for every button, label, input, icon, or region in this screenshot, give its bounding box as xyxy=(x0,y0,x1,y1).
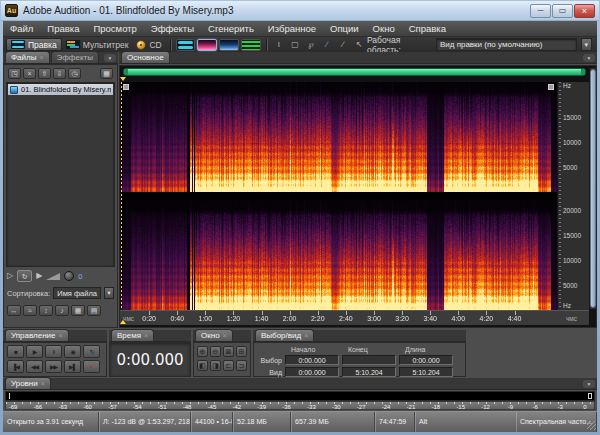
autoplay-icon[interactable]: ▷ xyxy=(7,270,13,282)
vertical-scrollbar[interactable] xyxy=(589,68,596,309)
playhead-top-marker-icon[interactable] xyxy=(120,77,126,81)
value-field[interactable]: 5:10.204 xyxy=(342,367,396,377)
tab-files[interactable]: Файлы × xyxy=(5,51,50,63)
tab-main[interactable]: Основное xyxy=(121,51,170,63)
menu-item[interactable]: Правка xyxy=(40,21,86,36)
tab-transport[interactable]: Управление × xyxy=(5,329,69,341)
overview-navigator-bar[interactable] xyxy=(123,68,586,76)
zoom-to-selection-button[interactable]: ⊞ xyxy=(236,346,247,357)
close-tab-icon[interactable]: × xyxy=(39,54,43,61)
volume-handle-icon[interactable] xyxy=(548,84,554,90)
file-list-item-selected[interactable]: 01. Blindfolded By Misery.mp3 xyxy=(8,84,113,95)
tool-button[interactable]: ∕ xyxy=(336,39,350,51)
tool-button[interactable]: I xyxy=(272,39,286,51)
fast-forward-button[interactable]: ▶▶ xyxy=(45,360,62,373)
rewind-button[interactable]: ◀◀ xyxy=(26,360,43,373)
show-markers-filter-button[interactable]: ▦ xyxy=(71,305,85,316)
import-file-icon[interactable]: ◳ xyxy=(8,68,21,79)
spectral-phase-display-button[interactable] xyxy=(241,39,261,51)
files-options-icon[interactable]: ▦ xyxy=(100,68,113,79)
minimize-button[interactable]: ─ xyxy=(530,4,551,18)
close-tab-icon[interactable]: × xyxy=(144,332,148,339)
volume-handle-icon[interactable] xyxy=(123,84,129,90)
zoom-left-edge-button[interactable]: ⊏ xyxy=(223,360,234,371)
multitrack-view-button[interactable]: Мультитрек xyxy=(62,38,133,51)
menu-item[interactable]: Эффекты xyxy=(144,21,201,36)
menu-item[interactable]: Файл xyxy=(3,21,40,36)
tab-effects[interactable]: Эффекты xyxy=(51,51,99,63)
menu-item[interactable]: Опции xyxy=(323,21,366,36)
record-button[interactable]: ● xyxy=(83,360,100,373)
spectrogram-canvas[interactable] xyxy=(121,82,557,310)
playhead-line[interactable] xyxy=(121,82,122,310)
panel-menu-icon[interactable]: ▾ xyxy=(583,54,595,62)
file-clock-icon[interactable]: ◷ xyxy=(68,68,81,79)
close-tab-icon[interactable]: × xyxy=(304,332,308,339)
insert-into-cd-icon[interactable]: ⇩ xyxy=(53,68,66,79)
workspace-dropdown-arrow-icon[interactable]: ▼ xyxy=(581,38,592,51)
timeline-ruler[interactable]: чмс чмс 0:200:401:001:201:402:002:202:40… xyxy=(120,310,589,325)
vertical-scrollbar-thumb[interactable] xyxy=(590,69,596,308)
zoom-in-horizontal-button[interactable]: ⊕ xyxy=(197,346,208,357)
file-list[interactable]: 01. Blindfolded By Misery.mp3 xyxy=(6,82,115,267)
menu-item[interactable]: Сгенерить xyxy=(201,21,261,36)
tool-button[interactable]: ↖ xyxy=(352,39,366,51)
show-metadata-filter-button[interactable]: ▤ xyxy=(87,305,101,316)
tool-button[interactable]: ℘ xyxy=(304,39,318,51)
stop-button[interactable]: ■ xyxy=(7,345,24,358)
edit-view-button[interactable]: Правка xyxy=(6,38,62,51)
waveform-display-button[interactable] xyxy=(176,39,196,51)
tool-button[interactable]: ∕ xyxy=(320,39,334,51)
show-audio-filter-button[interactable]: ↔ xyxy=(7,305,21,316)
loop-preview-button[interactable]: ↻ xyxy=(17,270,32,282)
insert-into-multitrack-icon[interactable]: ⇧ xyxy=(38,68,51,79)
cd-view-button[interactable]: CD xyxy=(132,38,165,51)
close-file-icon[interactable]: × xyxy=(23,68,36,79)
zoom-out-vertical-button[interactable]: ◨ xyxy=(210,360,221,371)
menu-item[interactable]: Избранное xyxy=(261,21,323,36)
close-tab-icon[interactable]: × xyxy=(41,380,45,387)
level-meter[interactable] xyxy=(5,391,595,401)
show-loop-filter-button[interactable]: ≈ xyxy=(23,305,37,316)
go-to-beginning-button[interactable]: ▐◀ xyxy=(7,360,24,373)
play-looped-button[interactable]: ↻ xyxy=(83,345,100,358)
tab-selection[interactable]: Выбор/вид × xyxy=(255,329,314,341)
preview-volume-knob[interactable] xyxy=(64,271,74,281)
show-midi-filter-button[interactable]: ♪ xyxy=(55,305,69,316)
value-field[interactable]: 0:00.000 xyxy=(285,355,339,365)
frequency-ruler[interactable]: Hz150001000050002000015000100005000Hz xyxy=(557,82,589,310)
pause-button[interactable]: ‖ xyxy=(45,345,62,358)
tab-levels[interactable]: Уровни × xyxy=(5,377,51,389)
spectral-frequency-display-button[interactable] xyxy=(197,39,217,51)
zoom-out-horizontal-button[interactable]: ⊖ xyxy=(210,346,221,357)
spectral-pan-display-button[interactable] xyxy=(219,39,239,51)
value-field[interactable]: 0:00.000 xyxy=(285,367,339,377)
sort-dropdown-arrow-icon[interactable]: ▼ xyxy=(104,287,114,299)
close-tab-icon[interactable]: × xyxy=(223,332,227,339)
panel-menu-icon[interactable]: ▾ xyxy=(104,54,116,62)
close-tab-icon[interactable]: × xyxy=(58,332,62,339)
preview-volume-wedge[interactable] xyxy=(46,273,60,280)
restore-button[interactable]: ▭ xyxy=(552,4,573,18)
value-field[interactable]: 0:00.000 xyxy=(399,355,453,365)
go-to-end-button[interactable]: ▶▌ xyxy=(64,360,81,373)
menu-item[interactable]: Просмотр xyxy=(86,21,143,36)
zoom-out-full-button[interactable]: ⊠ xyxy=(223,346,234,357)
preview-play-button[interactable]: ▶ xyxy=(36,270,42,282)
close-button[interactable]: × xyxy=(574,4,595,18)
title-bar[interactable]: Au Adobe Audition - 01. Blindfolded By M… xyxy=(1,1,599,21)
zoom-right-edge-button[interactable]: ⊐ xyxy=(236,360,247,371)
tool-button[interactable]: ▢ xyxy=(288,39,302,51)
panel-menu-icon[interactable]: ▾ xyxy=(583,380,595,388)
sort-select[interactable]: Имя файла xyxy=(53,287,101,299)
tab-zoom[interactable]: Окно × xyxy=(195,329,233,341)
play-from-cursor-button[interactable]: ◉ xyxy=(64,345,81,358)
playhead-bottom-marker-icon[interactable] xyxy=(120,320,126,324)
value-field[interactable] xyxy=(342,355,396,365)
resize-grip-icon[interactable] xyxy=(587,421,596,430)
show-video-filter-button[interactable]: ↕ xyxy=(39,305,53,316)
workspace-select[interactable]: Вид правки (по умолчанию) xyxy=(436,38,577,51)
zoom-in-vertical-button[interactable]: ◧ xyxy=(197,360,208,371)
tab-time[interactable]: Время × xyxy=(111,329,154,341)
preview-volume-value[interactable]: 0 xyxy=(78,272,82,281)
